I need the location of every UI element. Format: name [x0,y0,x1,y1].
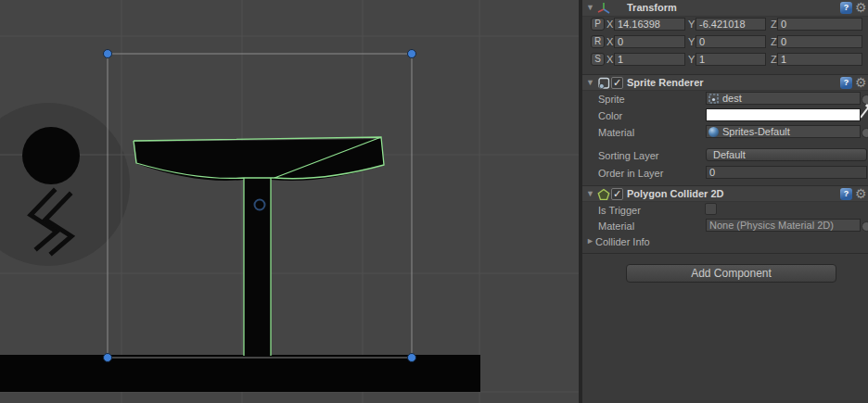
sprite-thumb-icon [708,94,719,104]
eyedropper-icon[interactable] [861,104,868,120]
scale-button[interactable]: S [591,53,605,66]
gear-icon[interactable]: ⚙ [855,0,867,15]
axis-z-label: Z [771,36,777,47]
axis-z-label: Z [771,54,777,65]
rotation-x-field[interactable]: 0 [614,35,685,48]
axis-y-label: Y [688,19,695,30]
material-object-field[interactable]: Sprites-Default [706,125,861,138]
collider-info-label[interactable]: Collider Info [595,236,650,247]
rotation-y-field[interactable]: 0 [696,35,766,48]
unity-editor-window: ▼ Transform ? ⚙ P X 14.16398 Y -6.421018… [0,0,868,403]
object-picker-icon[interactable] [862,128,868,138]
transform-title: Transform [627,2,677,13]
sprite-renderer-title: Sprite Renderer [627,77,704,88]
order-in-layer-field[interactable]: 0 [706,166,867,179]
axis-x-label: X [606,54,613,65]
gear-icon[interactable]: ⚙ [855,186,867,201]
sorting-layer-label: Sorting Layer [598,150,658,161]
handle-bottom-left[interactable] [104,354,112,362]
scene-view[interactable] [0,0,579,403]
handle-top-left[interactable] [104,50,112,58]
enabled-checkbox[interactable]: ✓ [611,188,623,200]
object-picker-icon[interactable] [862,221,868,232]
foldout-closed-icon[interactable]: ► [586,236,594,246]
axis-z-label: Z [771,19,777,30]
inspector-panel: ▼ Transform ? ⚙ P X 14.16398 Y -6.421018… [582,0,868,403]
sprite-label: Sprite [598,94,625,105]
polygon-collider-header[interactable]: ▼ ✓ Polygon Collider 2D ? ⚙ [582,185,868,202]
sprite-object-field[interactable]: dest [706,92,861,105]
polygon-collider-icon [597,188,610,201]
transform-icon [597,2,610,15]
sorting-layer-dropdown[interactable]: Default [706,148,867,161]
order-in-layer-label: Order in Layer [598,168,663,179]
sprite-renderer-icon [597,77,610,90]
scale-x-field[interactable]: 1 [614,53,685,66]
sprite-renderer-header[interactable]: ▼ ✓ Sprite Renderer ? ⚙ [582,74,868,91]
rotation-button[interactable]: R [591,35,605,48]
rotation-z-field[interactable]: 0 [777,35,862,48]
sprite-value: dest [722,93,742,104]
circle-sprite-eye [22,127,80,184]
material-label: Material [598,127,634,138]
scale-z-field[interactable]: 1 [777,53,862,66]
handle-top-right[interactable] [408,50,416,58]
position-z-field[interactable]: 0 [777,18,862,31]
help-icon[interactable]: ? [840,77,852,89]
foldout-open-icon[interactable]: ▼ [586,189,594,198]
handle-bottom-right[interactable] [408,354,416,362]
enabled-checkbox[interactable]: ✓ [611,77,623,89]
physics-material-field[interactable]: None (Physics Material 2D) [706,219,861,232]
position-x-field[interactable]: 14.16398 [614,18,685,31]
material-value: Sprites-Default [722,126,790,137]
section-divider [582,253,868,254]
foldout-open-icon[interactable]: ▼ [586,3,594,12]
transform-header[interactable]: ▼ Transform ? ⚙ [582,0,868,17]
foldout-open-icon[interactable]: ▼ [586,78,594,87]
axis-y-label: Y [688,54,695,65]
help-icon[interactable]: ? [840,188,852,200]
position-y-field[interactable]: -6.421018 [696,18,766,31]
is-trigger-label: Is Trigger [598,205,641,216]
axis-y-label: Y [688,36,695,47]
help-icon[interactable]: ? [840,2,852,14]
axis-x-label: X [606,19,613,30]
axis-x-label: X [606,36,613,47]
add-component-button[interactable]: Add Component [626,264,836,283]
color-swatch[interactable] [706,108,861,121]
position-button[interactable]: P [591,18,605,31]
material-sphere-icon [708,127,719,137]
scale-y-field[interactable]: 1 [696,53,766,66]
gear-icon[interactable]: ⚙ [855,75,867,90]
physics-material-label: Material [598,220,634,232]
is-trigger-checkbox[interactable] [705,203,717,215]
polygon-collider-title: Polygon Collider 2D [627,188,724,199]
color-label: Color [598,110,622,121]
